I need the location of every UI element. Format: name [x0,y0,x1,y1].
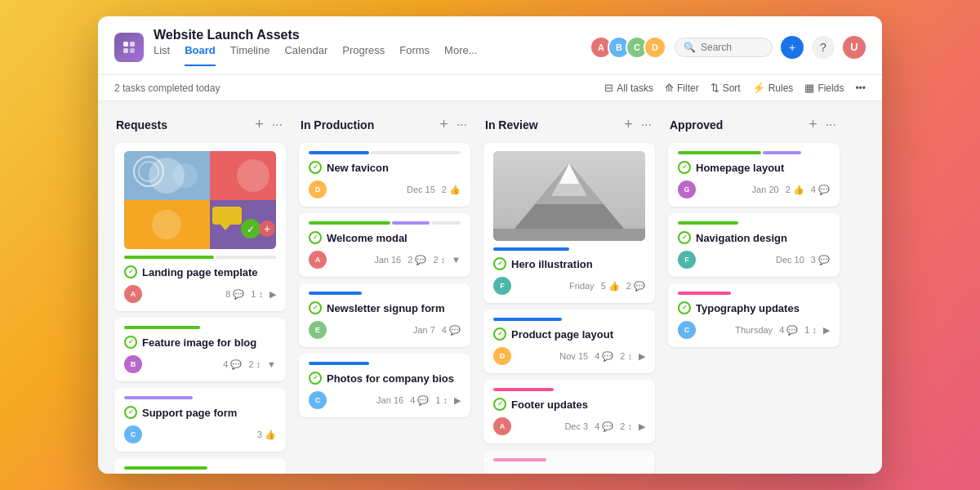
card-navigation-design[interactable]: Navigation design F Dec 10 3 💬 [668,213,840,277]
card-title-product: Product page layout [493,327,645,341]
nav-list[interactable]: List [154,44,170,66]
card-product-layout[interactable]: Product page layout D Nov 15 4 💬 2 ↕ ▶ [483,310,655,373]
col-title-production: In Production [301,118,374,131]
rules-btn[interactable]: ⚡ Rules [752,82,794,94]
check-icon-bios [309,372,322,385]
check-icon-feature [124,336,137,349]
help-button[interactable]: ? [812,36,835,59]
card-meta-homepage: G Jan 20 2 👍 4 💬 [678,180,830,198]
user-avatar[interactable]: U [843,36,866,59]
check-icon-typography [678,301,691,314]
nav-board[interactable]: Board [185,44,216,66]
check-icon-landing [124,265,137,278]
nav-more[interactable]: More... [444,44,477,66]
card-meta-feature: B 4 💬 2 ↕ ▼ [124,355,276,373]
check-icon-homepage [678,161,691,174]
card-meta-nav-design: F Dec 10 3 💬 [678,251,830,269]
meta-favicon: Dec 15 2 👍 [407,185,461,195]
card-title-typography: Typography updates [678,301,830,314]
meta-modal: Jan 16 2 💬 2 ↕ ▼ [374,255,461,265]
svg-rect-27 [493,229,645,241]
meta-links: 1 ↕ [251,289,263,299]
col-header-requests: Requests + ··· [114,114,286,135]
card-image-hero [493,151,645,241]
col-title-review: In Review [485,118,538,131]
card-footer-updates[interactable]: Footer updates A Dec 3 4 💬 2 ↕ ▶ [483,380,655,443]
card-new-favicon[interactable]: New favicon D Dec 15 2 👍 [299,143,470,207]
svg-rect-1 [130,42,135,47]
column-review: In Review + ··· [483,114,655,461]
card-avatar-bios: C [309,391,327,409]
search-icon: 🔍 [684,42,696,53]
app-window: Website Launch Assets List Board Timelin… [98,16,882,474]
svg-point-20 [173,163,198,188]
nav-forms[interactable]: Forms [399,44,430,66]
card-homepage-layout[interactable]: Homepage layout G Jan 20 2 👍 4 💬 [668,143,840,207]
progress-favicon [309,151,461,154]
card-typography-updates[interactable]: Typography updates C Thursday 4 💬 1 ↕ ▶ [668,283,840,347]
nav-timeline[interactable]: Timeline [230,44,270,66]
toolbar: 2 tasks completed today ⊟ All tasks ⟰ Fi… [98,75,882,101]
card-avatar-favicon: D [309,180,327,198]
card-support-form[interactable]: Support page form C 3 👍 [114,388,286,452]
fields-btn[interactable]: ▦ Fields [804,82,844,94]
svg-point-10 [152,210,181,239]
card-meta-landing: A 8 💬 1 ↕ ▶ [124,285,276,303]
more-icon: ••• [855,82,866,94]
card-landing-page[interactable]: ✓ + Landing page tem [114,143,286,311]
col-menu-review[interactable]: ··· [639,116,653,134]
filter-btn[interactable]: ⟰ Filter [665,82,699,94]
card-title-bios: Photos for company bios [309,372,461,385]
col-menu-requests[interactable]: ··· [270,116,284,134]
nav-progress[interactable]: Progress [342,44,385,66]
col-header-review: In Review + ··· [483,114,655,135]
nav-calendar[interactable]: Calendar [284,44,327,66]
card-avatar-footer: A [493,417,511,435]
header-left: Website Launch Assets List Board Timelin… [114,28,478,66]
card-meta-product: D Nov 15 4 💬 2 ↕ ▶ [493,347,645,365]
fields-icon: ▦ [804,82,814,94]
search-input[interactable] [701,42,766,53]
card-newsletter[interactable]: Newsletter signup form E Jan 7 4 💬 [299,283,470,347]
add-card-approved[interactable]: + [807,114,819,135]
app-icon [114,33,144,62]
card-meta-favicon: D Dec 15 2 👍 [309,180,461,198]
card-hero-illustration[interactable]: Hero illustration F Friday 5 👍 2 💬 [483,143,655,303]
sort-btn[interactable]: ⇅ Sort [710,82,741,94]
col-actions-requests: + ··· [253,114,284,135]
search-box[interactable]: 🔍 [675,38,773,57]
col-header-approved: Approved + ··· [668,114,840,135]
progress-review-more [493,458,645,461]
add-card-requests[interactable]: + [253,114,265,135]
meta-comments: 8 💬 [225,289,244,300]
svg-rect-0 [123,42,128,47]
toolbar-actions: ⊟ All tasks ⟰ Filter ⇅ Sort ⚡ Rules ▦ Fi… [604,82,866,94]
progress-feature [124,326,276,329]
sort-icon: ⇅ [710,82,719,94]
card-company-bios[interactable]: Photos for company bios C Jan 16 4 💬 1 ↕… [299,354,470,417]
card-meta-footer: A Dec 3 4 💬 2 ↕ ▶ [493,417,645,435]
card-meta-support: C 3 👍 [124,425,276,443]
card-title-hero: Hero illustration [493,257,645,270]
more-btn[interactable]: ••• [855,82,866,94]
svg-text:✓: ✓ [247,224,255,235]
card-title-modal: Welcome modal [309,231,461,244]
progress-landing [124,256,276,259]
card-avatar-nav-design: F [678,251,696,269]
card-welcome-video[interactable]: Welcome video [114,458,286,474]
card-welcome-modal[interactable]: Welcome modal A Jan 16 2 💬 2 ↕ ▼ [299,213,470,277]
card-review-more [483,450,655,474]
card-feature-image[interactable]: Feature image for blog B 4 💬 2 ↕ ▼ [114,318,286,381]
col-menu-approved[interactable]: ··· [824,116,838,134]
meta-arrow: ▶ [270,289,276,300]
add-card-review[interactable]: + [622,114,635,135]
meta-typography: Thursday 4 💬 1 ↕ ▶ [735,325,830,336]
card-meta-newsletter: E Jan 7 4 💬 [309,321,461,339]
meta-hero: Friday 5 👍 2 💬 [569,281,645,292]
all-tasks-btn[interactable]: ⊟ All tasks [604,82,653,94]
add-button[interactable]: + [781,36,804,59]
add-card-production[interactable]: + [438,114,450,135]
card-meta-hero: F Friday 5 👍 2 💬 [493,277,645,295]
col-menu-production[interactable]: ··· [455,116,469,134]
meta-feature: 4 💬 2 ↕ ▼ [223,359,276,370]
